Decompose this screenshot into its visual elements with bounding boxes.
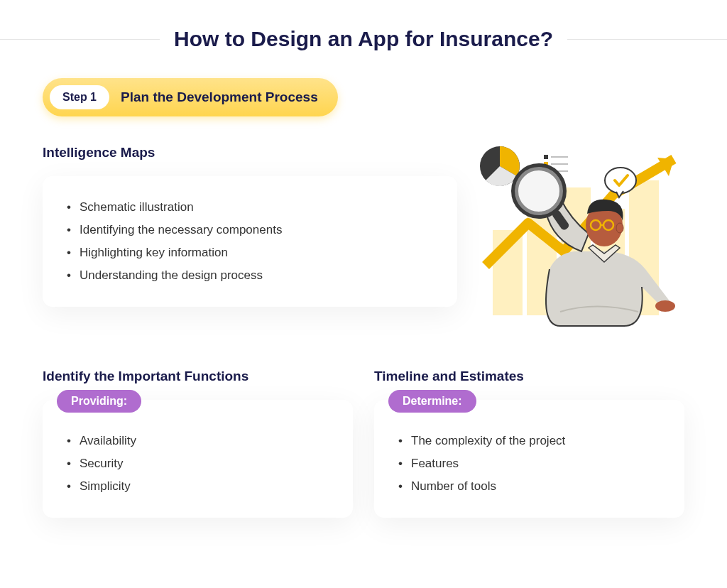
svg-point-21: [616, 223, 623, 233]
list-item: Security: [67, 452, 329, 475]
badge-determine: Determine:: [388, 390, 476, 413]
section-title-timeline: Timeline and Estimates: [374, 369, 684, 384]
list-item: Features: [398, 452, 660, 475]
list-item: Identifying the necessary components: [67, 219, 433, 241]
content: Step 1 Plan the Development Process Inte…: [0, 78, 727, 518]
list-item: Number of tools: [398, 475, 660, 498]
page-title: How to Design an App for Insurance?: [160, 27, 567, 51]
badge-providing: Providing:: [57, 390, 141, 413]
list-item: Availability: [67, 430, 329, 452]
step-badge: Step 1: [50, 85, 109, 109]
step-label: Plan the Development Process: [121, 89, 318, 105]
svg-rect-9: [544, 155, 548, 159]
divider-right: [567, 39, 727, 40]
section-title-intelligence: Intelligence Maps: [43, 145, 457, 160]
list-item: The complexity of the project: [398, 430, 660, 452]
card-functions: Providing: Availability Security Simplic…: [43, 400, 353, 518]
header: How to Design an App for Insurance?: [0, 27, 727, 51]
svg-point-25: [655, 300, 675, 312]
list-item: Highlighting key information: [67, 241, 433, 264]
divider-left: [0, 39, 160, 40]
list-item: Understanding the design process: [67, 264, 433, 287]
section-title-functions: Identify the Important Functions: [43, 369, 353, 384]
svg-point-18: [515, 167, 563, 215]
list-item: Simplicity: [67, 475, 329, 498]
list-item: Schematic illustration: [67, 196, 433, 219]
card-timeline: Determine: The complexity of the project…: [374, 400, 684, 518]
svg-point-15: [605, 168, 636, 193]
illustration-analytics: [471, 145, 684, 330]
card-intelligence: Schematic illustration Identifying the n…: [43, 176, 457, 307]
step-pill: Step 1 Plan the Development Process: [43, 78, 338, 116]
